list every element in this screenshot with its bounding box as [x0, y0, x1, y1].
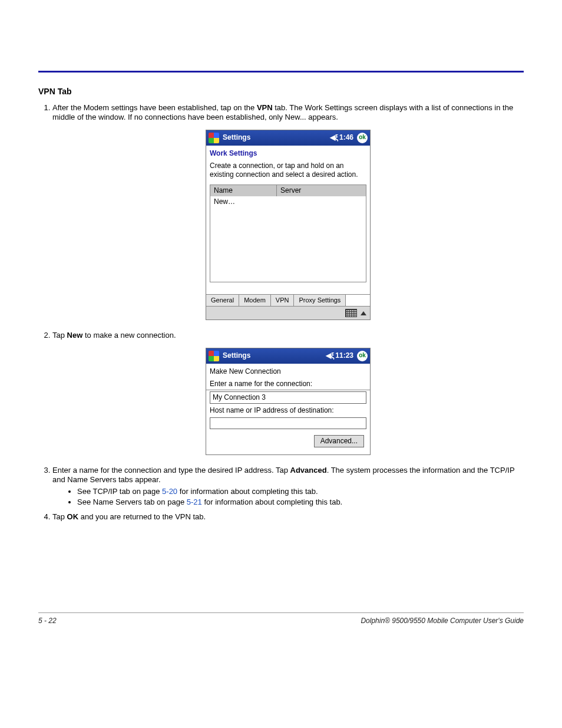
ok-button-2[interactable]: ok [357, 351, 368, 361]
ok-button[interactable]: ok [357, 133, 368, 143]
step-4-text-a: Tap [52, 512, 67, 521]
sip-bar [206, 306, 370, 319]
titlebar: Settings ◀ξ 1:46 ok [206, 130, 370, 146]
grid-header: Name Server [210, 185, 366, 196]
volume-icon-2[interactable]: ◀ξ [326, 351, 334, 360]
tab-vpn[interactable]: VPN [271, 295, 295, 307]
screenshot-work-settings: Settings ◀ξ 1:46 ok Work Settings Create… [206, 130, 371, 321]
step-3-bold: Advanced [290, 466, 327, 475]
tab-proxy[interactable]: Proxy Settings [294, 295, 346, 307]
step-2-text-c: to make a new connection. [82, 331, 176, 340]
col-server[interactable]: Server [277, 185, 366, 196]
screen-instruction: Create a connection, or tap and hold on … [206, 159, 370, 185]
connections-grid: Name Server New… [210, 185, 366, 282]
step-4-bold: OK [67, 512, 79, 521]
input-host[interactable] [210, 417, 366, 429]
clock-2: 11:23 [335, 351, 353, 360]
keyboard-icon[interactable] [345, 309, 357, 317]
bullet2-a: See Name Servers tab on page [77, 498, 187, 506]
step-2-bold: New [67, 331, 83, 340]
label-host: Host name or IP address of destination: [206, 405, 370, 416]
bullet1-c: for information about completing this ta… [177, 487, 318, 496]
step-3-text-a: Enter a name for the connection and type… [52, 466, 290, 475]
bullet2-c: for information about completing this ta… [202, 498, 342, 506]
step-2-text-a: Tap [52, 331, 67, 340]
tab-modem[interactable]: Modem [239, 295, 271, 307]
start-icon[interactable] [209, 133, 219, 143]
footer-doc: Dolphin® 9500/9550 Mobile Computer User'… [361, 617, 524, 625]
start-icon-2[interactable] [209, 351, 219, 361]
section-heading: VPN Tab [38, 87, 524, 96]
step-list: After the Modem settings have been estab… [38, 103, 524, 522]
step-1: After the Modem settings have been estab… [52, 103, 524, 320]
screenshot-new-connection: Settings ◀ξ 11:23 ok Make New Connection… [206, 348, 371, 455]
step-2: Tap New to make a new connection. Settin… [52, 331, 524, 454]
step-4: Tap OK and you are returned to the VPN t… [52, 512, 524, 522]
advanced-button[interactable]: Advanced... [314, 435, 364, 447]
titlebar-title: Settings [223, 133, 330, 142]
step-4-text-c: and you are returned to the VPN tab. [78, 512, 206, 521]
link-5-21[interactable]: 5-21 [187, 498, 202, 506]
step-3: Enter a name for the connection and type… [52, 466, 524, 508]
tabbar: General Modem VPN Proxy Settings [206, 294, 370, 307]
bullet1-a: See TCP/IP tab on page [77, 487, 162, 496]
row-new[interactable]: New… [210, 196, 366, 207]
step-1-bold: VPN [257, 103, 273, 112]
col-name[interactable]: Name [210, 185, 277, 196]
volume-icon[interactable]: ◀ξ [330, 133, 338, 142]
bullet-tcpip: See TCP/IP tab on page 5-20 for informat… [77, 487, 524, 496]
clock: 1:46 [339, 133, 353, 142]
page-footer: 5 - 22 Dolphin® 9500/9550 Mobile Compute… [38, 612, 524, 625]
sub-bullets: See TCP/IP tab on page 5-20 for informat… [77, 487, 524, 508]
label-connection-name: Enter a name for the connection: [206, 378, 370, 390]
tab-general[interactable]: General [206, 295, 239, 307]
footer-page: 5 - 22 [38, 617, 57, 625]
screen2-subhead: Make New Connection [206, 364, 370, 378]
screen-subhead: Work Settings [206, 146, 370, 159]
titlebar-2: Settings ◀ξ 11:23 ok [206, 348, 370, 364]
bullet-name-servers: See Name Servers tab on page 5-21 for in… [77, 498, 524, 507]
sip-arrow-icon[interactable] [361, 311, 366, 315]
step-1-text-a: After the Modem settings have been estab… [52, 103, 257, 112]
link-5-20[interactable]: 5-20 [162, 487, 177, 496]
titlebar-title-2: Settings [223, 351, 326, 360]
input-connection-name[interactable]: My Connection 3 [210, 391, 366, 404]
top-rule [38, 71, 524, 73]
